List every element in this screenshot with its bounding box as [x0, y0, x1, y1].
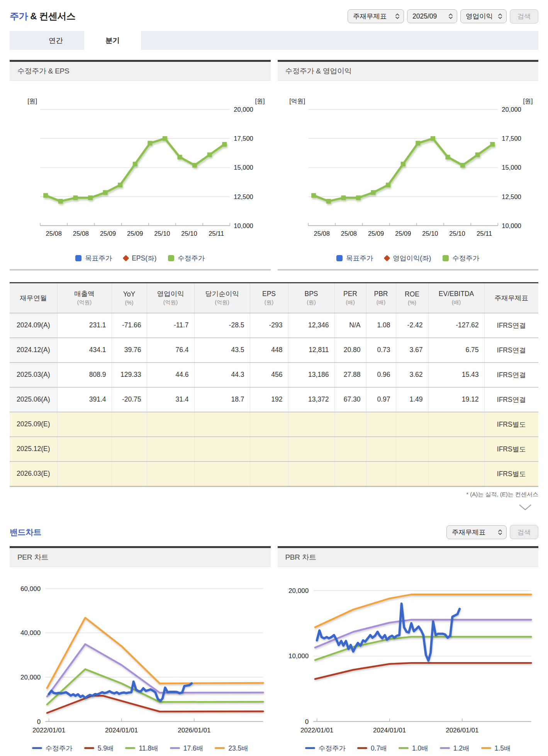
- standard-cell: IFRS연결: [484, 363, 538, 387]
- legend-dash-icon: [440, 747, 450, 749]
- svg-text:10,000: 10,000: [234, 222, 253, 230]
- page-title-accent: 주가: [10, 11, 28, 21]
- svg-text:17,500: 17,500: [234, 135, 253, 142]
- svg-text:10,000: 10,000: [288, 652, 309, 660]
- legend-dash-icon: [215, 747, 225, 749]
- legend-label: 목표주가: [346, 254, 373, 263]
- legend-label: 수정주가: [452, 254, 479, 263]
- value-cell: [396, 461, 428, 487]
- legend-item: 1.2배: [440, 744, 470, 753]
- svg-text:25/08: 25/08: [46, 230, 62, 237]
- value-cell: 1.49: [396, 387, 428, 412]
- value-cell: [57, 412, 112, 437]
- panel-per-band: PER 차트 020,00040,00060,0002022/01/012024…: [10, 546, 271, 756]
- legend-item: 11.8배: [125, 744, 158, 753]
- period-select[interactable]: 2025/09: [407, 9, 457, 23]
- value-cell: [112, 437, 147, 461]
- value-cell: [112, 412, 147, 437]
- value-cell: 31.4: [147, 387, 194, 412]
- value-cell: 44.6: [147, 363, 194, 387]
- column-header: PER(배): [334, 283, 366, 313]
- column-header: EPS(원): [250, 283, 288, 313]
- value-cell: -2.42: [396, 313, 428, 338]
- svg-text:25/09: 25/09: [368, 230, 383, 237]
- column-header: YoY(%): [112, 283, 147, 313]
- value-cell: [334, 412, 366, 437]
- band-statement-select-value: 주재무제표: [452, 528, 486, 537]
- svg-text:25/10: 25/10: [154, 230, 170, 237]
- column-header: PBR(배): [366, 283, 396, 313]
- value-cell: 27.88: [334, 363, 366, 387]
- legend-item: 목표주가: [336, 254, 373, 263]
- value-cell: 19.12: [428, 387, 484, 412]
- svg-text:15,000: 15,000: [502, 164, 521, 171]
- svg-text:25/11: 25/11: [209, 230, 224, 237]
- updown-chevron-icon: [498, 529, 502, 535]
- value-cell: 12,346: [288, 313, 334, 338]
- value-cell: [250, 437, 288, 461]
- page-title-rest: & 컨센서스: [28, 11, 75, 21]
- band-chart-row: PER 차트 020,00040,00060,0002022/01/012024…: [10, 546, 538, 756]
- search-button[interactable]: 검색: [510, 9, 538, 24]
- legend-label: 수정주가: [46, 744, 73, 753]
- legend-label: 1.2배: [453, 744, 470, 753]
- table-row: 2025.09(E)IFRS별도: [10, 412, 538, 437]
- value-cell: 434.1: [57, 338, 112, 363]
- legend-label: 수정주가: [319, 744, 346, 753]
- statement-select[interactable]: 주재무제표: [348, 9, 404, 23]
- value-cell: 3.62: [396, 363, 428, 387]
- value-cell: [250, 461, 288, 487]
- chevron-down-icon[interactable]: [518, 504, 532, 511]
- svg-text:20,000: 20,000: [288, 587, 309, 594]
- price-eps-chart: 10,00012,50015,00017,50020,000[원][원]25/0…: [12, 86, 268, 252]
- page: 주가 & 컨센서스 주재무제표2025/09영업이익 검색 연간분기 수정주가 …: [0, 0, 548, 756]
- legend-dash-icon: [84, 747, 94, 749]
- header-controls: 주재무제표2025/09영업이익 검색: [348, 9, 538, 24]
- svg-text:12,500: 12,500: [234, 193, 253, 201]
- legend-item: 영업이익(좌): [385, 254, 431, 263]
- table-footnote: * (A)는 실적, (E)는 컨센서스: [10, 491, 538, 498]
- legend-item: 0.7배: [357, 744, 387, 753]
- legend-label: 1.0배: [412, 744, 428, 753]
- panel-price-op: 수정주가 & 영업이익 10,00012,50015,00017,50020,0…: [278, 60, 539, 271]
- legend-label: 1.5배: [495, 744, 511, 753]
- value-cell: -293: [250, 313, 288, 338]
- price-eps-chart-body: 10,00012,50015,00017,50020,000[원][원]25/0…: [10, 81, 271, 269]
- value-cell: [112, 461, 147, 487]
- value-cell: 129.33: [112, 363, 147, 387]
- table-row: 2025.03(A)808.9129.3344.644.345613,18627…: [10, 363, 538, 387]
- panel-price-eps: 수정주가 & EPS 10,00012,50015,00017,50020,00…: [10, 60, 271, 271]
- value-cell: 15.43: [428, 363, 484, 387]
- metric-select[interactable]: 영업이익: [460, 9, 507, 23]
- column-header: 주재무제표: [484, 283, 538, 313]
- value-cell: [57, 437, 112, 461]
- tab-quarterly[interactable]: 분기: [84, 31, 141, 50]
- svg-text:2024/01/01: 2024/01/01: [105, 727, 138, 734]
- value-cell: [147, 437, 194, 461]
- band-statement-select[interactable]: 주재무제표: [446, 525, 507, 539]
- band-section-title: 밴드차트: [10, 527, 41, 538]
- value-cell: [57, 461, 112, 487]
- panel-pbr-band: PBR 차트 010,00020,0002022/01/012024/01/01…: [278, 546, 539, 756]
- value-cell: -71.66: [112, 313, 147, 338]
- table-row: 2024.12(A)434.139.7676.443.544812,81120.…: [10, 338, 538, 363]
- band-search-button[interactable]: 검색: [510, 525, 538, 539]
- legend-dash-icon: [125, 747, 135, 749]
- price-op-chart: 10,00012,50015,00017,50020,000[억원][원]25/…: [280, 86, 536, 252]
- svg-text:15,000: 15,000: [234, 164, 253, 171]
- svg-text:[억원]: [억원]: [289, 97, 305, 104]
- period-cell: 2025.09(E): [10, 412, 57, 437]
- column-header: 당기순이익(억원): [194, 283, 250, 313]
- legend-diamond-icon: [123, 255, 129, 261]
- value-cell: [428, 461, 484, 487]
- standard-cell: IFRS별도: [484, 412, 538, 437]
- value-cell: 456: [250, 363, 288, 387]
- value-cell: 76.4: [147, 338, 194, 363]
- tab-annual[interactable]: 연간: [27, 31, 84, 50]
- legend-item: 수정주가: [168, 254, 205, 263]
- legend-dash-icon: [305, 747, 315, 749]
- svg-text:2026/01/01: 2026/01/01: [178, 727, 210, 734]
- period-tabstrip: 연간분기: [10, 31, 538, 50]
- legend-label: 17.6배: [183, 744, 204, 753]
- value-cell: [194, 412, 250, 437]
